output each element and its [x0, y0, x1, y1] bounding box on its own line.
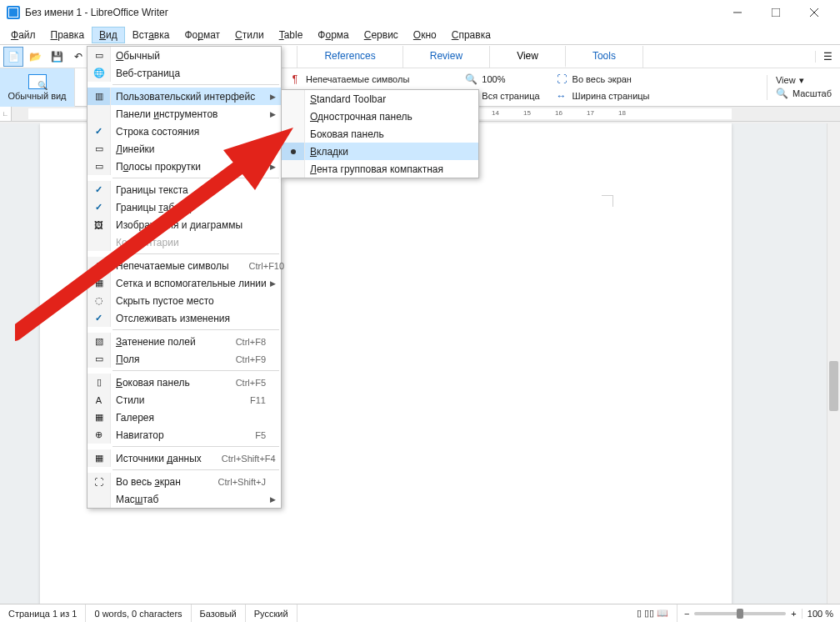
menu-item[interactable]: 🖼Изображения и диаграммы — [88, 216, 281, 233]
menu-стили[interactable]: Стили — [228, 27, 272, 43]
menu-item[interactable]: ✓Границы таблиц — [88, 198, 281, 216]
page-preview-icon — [28, 74, 47, 89]
menu-item-label: Границы текста — [116, 184, 266, 196]
window-title: Без имени 1 - LibreOffice Writer — [25, 7, 718, 18]
menu-файл[interactable]: Файл — [3, 27, 43, 43]
menu-item[interactable]: ▭Полосы прокрутки▶ — [88, 158, 281, 175]
slider-track[interactable] — [694, 612, 786, 615]
view-dropdown[interactable]: View ▾ — [776, 75, 804, 86]
menu-shortcut: Ctrl+F10 — [249, 261, 285, 271]
zoom-value[interactable]: 100 % — [802, 609, 833, 619]
minimize-button[interactable] — [718, 0, 757, 25]
menu-item[interactable]: Панели инструментов▶ — [88, 105, 281, 123]
scale-dropdown[interactable]: 🔍Масштаб — [776, 87, 832, 100]
status-view-icons[interactable]: ▯ ▯▯ 📖 — [628, 604, 678, 622]
zoom-out-icon[interactable]: − — [684, 609, 689, 619]
menu-item: Комментарии — [88, 233, 281, 251]
submenu-item[interactable]: Вкладки — [282, 143, 478, 160]
menu-shortcut: Ctrl+Shift+F4 — [222, 454, 276, 464]
menu-item[interactable]: ✓Границы текста — [88, 181, 281, 198]
slider-thumb[interactable] — [737, 609, 743, 619]
status-page[interactable]: Страница 1 из 1 — [0, 604, 86, 622]
menu-item[interactable]: ▥Пользовательский интерфейс▶ — [88, 88, 281, 105]
fullscreen-button[interactable]: ⛶Во весь экран — [552, 72, 653, 87]
submenu-item[interactable]: Однострочная панель — [282, 108, 478, 125]
menu-item[interactable]: ¶Непечатаемые символыCtrl+F10 — [88, 257, 281, 274]
menu-вставка[interactable]: Вставка — [125, 27, 178, 43]
menu-item[interactable]: ▦Сетка и вспомогательные линии▶ — [88, 274, 281, 292]
menu-item-icon: ▥ — [88, 88, 111, 105]
menu-item[interactable]: Масштаб▶ — [88, 490, 281, 508]
menu-формат[interactable]: Формат — [177, 27, 228, 43]
ribbon-menu-icon[interactable]: ☰ — [815, 51, 840, 63]
menu-вид[interactable]: Вид — [92, 27, 125, 43]
menu-item[interactable]: ◌Скрыть пустое место — [88, 292, 281, 309]
zoom100-label: 100% — [482, 74, 505, 84]
submenu-item[interactable]: Лента групповая компактная — [282, 160, 478, 178]
status-words[interactable]: 0 words, 0 characters — [86, 604, 191, 622]
menu-item-icon: ✓ — [88, 181, 111, 198]
menu-shortcut: Ctrl+F5 — [236, 378, 266, 388]
menu-item-icon: ▭ — [88, 158, 111, 175]
ruler-corner: ∟ — [0, 107, 12, 121]
chevron-down-icon: ▾ — [799, 75, 804, 86]
submenu-item-icon — [282, 160, 305, 178]
zoom-slider[interactable]: − + 100 % — [678, 609, 840, 619]
zoom-100-button[interactable]: 🔍100% — [461, 72, 542, 87]
submenu-item[interactable]: Standard Toolbar — [282, 90, 478, 108]
tab-review[interactable]: Review — [403, 46, 490, 68]
menu-shortcut: Ctrl+Shift+J — [218, 477, 266, 487]
tab-view[interactable]: View — [490, 46, 566, 68]
submenu-item-label: Однострочная панель — [310, 111, 470, 123]
menu-item[interactable]: ▦Галерея — [88, 409, 281, 426]
menu-item[interactable]: AСтилиF11 — [88, 391, 281, 409]
menu-item-label: Навигатор — [116, 429, 235, 441]
menu-item[interactable]: ▭Обычный — [88, 47, 281, 64]
nonprinting-chars-button[interactable]: ¶Непечатаемые символы — [285, 72, 412, 87]
maximize-button[interactable] — [757, 0, 795, 25]
view-label: View — [776, 75, 796, 85]
status-style[interactable]: Базовый — [192, 604, 246, 622]
qat-save-icon[interactable]: 💾 — [47, 47, 67, 67]
menu-item[interactable]: 🌐Веб-страница — [88, 64, 281, 82]
close-button[interactable] — [795, 0, 833, 25]
menu-item[interactable]: ▯Боковая панельCtrl+F5 — [88, 374, 281, 391]
tab-tools[interactable]: Tools — [566, 46, 643, 68]
menu-правка[interactable]: Правка — [43, 27, 92, 43]
zoom-in-icon[interactable]: + — [791, 609, 796, 619]
normal-view-button[interactable]: Обычный вид — [0, 68, 75, 107]
menu-item[interactable]: ⊕НавигаторF5 — [88, 426, 281, 444]
menu-item-label: Веб-страница — [116, 68, 266, 79]
vertical-scrollbar[interactable] — [827, 123, 840, 604]
menu-item[interactable]: ✓Строка состояния — [88, 123, 281, 140]
scale-label: Масштаб — [792, 88, 832, 98]
menu-item[interactable]: ✓Отслеживать изменения — [88, 309, 281, 327]
menu-item-icon: ✓ — [88, 198, 111, 216]
status-lang[interactable]: Русский — [246, 604, 298, 622]
submenu-item[interactable]: Боковая панель — [282, 125, 478, 143]
menu-справка[interactable]: Справка — [444, 27, 498, 43]
scrollbar-thumb[interactable] — [829, 361, 838, 411]
qat-undo-icon[interactable]: ↶ — [68, 47, 88, 67]
submenu-item-icon — [282, 90, 305, 108]
submenu-arrow-icon: ▶ — [270, 495, 276, 504]
menu-item[interactable]: ▦Источники данныхCtrl+Shift+F4 — [88, 449, 281, 467]
menu-item-icon: ◌ — [88, 292, 111, 309]
qat-new-icon[interactable]: 📄 — [3, 47, 23, 67]
zoom-icon: 🔍 — [776, 87, 789, 100]
menu-item-icon: ▧ — [88, 333, 111, 350]
page-width-button[interactable]: ↔Ширина страницы — [552, 88, 653, 103]
menu-item[interactable]: ▧Затенение полейCtrl+F8 — [88, 333, 281, 350]
menu-форма[interactable]: Форма — [310, 27, 356, 43]
qat-open-icon[interactable]: 📂 — [25, 47, 45, 67]
menu-item[interactable]: ▭Линейки▶ — [88, 140, 281, 158]
menu-item-icon: ▦ — [88, 449, 111, 467]
menu-table[interactable]: Table — [272, 27, 311, 43]
menu-item[interactable]: ⛶Во весь экранCtrl+Shift+J — [88, 473, 281, 490]
menu-окно[interactable]: Окно — [406, 27, 444, 43]
ui-submenu-dropdown: Standard ToolbarОднострочная панельБоков… — [281, 89, 479, 178]
submenu-item-label: Боковая панель — [310, 128, 470, 140]
menu-item[interactable]: ▭ПоляCtrl+F9 — [88, 350, 281, 368]
tab-references[interactable]: References — [298, 46, 402, 68]
menu-сервис[interactable]: Сервис — [357, 27, 406, 43]
